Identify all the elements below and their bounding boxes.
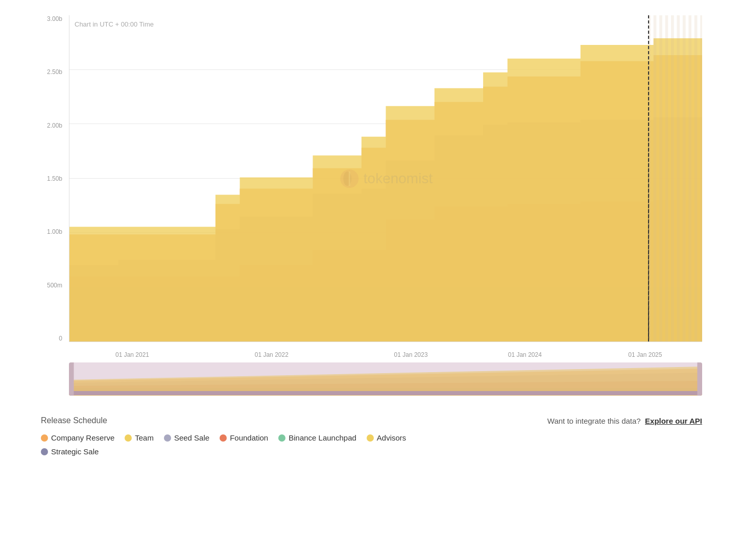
svg-rect-7 bbox=[69, 362, 702, 396]
legend-dot-foundation bbox=[220, 434, 227, 442]
legend-item-foundation: Foundation bbox=[220, 433, 268, 442]
chart-svg bbox=[69, 15, 702, 342]
legend-dot-binance-launchpad bbox=[278, 434, 285, 442]
range-mini-svg bbox=[69, 362, 702, 396]
range-selector[interactable] bbox=[69, 362, 702, 396]
legend-item-company-reserve: Company Reserve bbox=[41, 433, 114, 442]
chart-container: 0 500m 1.00b 1.50b 2.00b 2.50b 3.00b bbox=[0, 15, 743, 396]
legend-item-seed-sale: Seed Sale bbox=[164, 433, 209, 442]
legend-label-company-reserve: Company Reserve bbox=[51, 433, 114, 442]
chart-plot-area: tokenomist Today Chart in UTC + 00:00 Ti… bbox=[69, 15, 702, 342]
svg-rect-1 bbox=[649, 15, 702, 342]
x-label-2022: 01 Jan 2022 bbox=[255, 351, 289, 358]
legend-dot-advisors bbox=[367, 434, 374, 442]
legend-dot-strategic-sale bbox=[41, 448, 48, 455]
legend-item-team: Team bbox=[125, 433, 154, 442]
below-chart-section: Release Schedule Want to integrate this … bbox=[0, 406, 743, 466]
x-label-2024: 01 Jan 2024 bbox=[508, 351, 542, 358]
legend-item-strategic-sale: Strategic Sale bbox=[41, 447, 99, 456]
legend-label-team: Team bbox=[135, 433, 154, 442]
y-label-0: 0 bbox=[59, 335, 62, 342]
x-label-2023: 01 Jan 2023 bbox=[394, 351, 428, 358]
y-label-3b: 3.00b bbox=[47, 15, 62, 22]
legend-dot-team bbox=[125, 434, 132, 442]
legend-row-2: Strategic Sale bbox=[41, 447, 702, 456]
release-schedule-title: Release Schedule bbox=[41, 416, 107, 425]
chart-area: 0 500m 1.00b 1.50b 2.00b 2.50b 3.00b bbox=[41, 15, 702, 362]
legend-label-foundation: Foundation bbox=[230, 433, 268, 442]
y-label-1-5b: 1.50b bbox=[47, 175, 62, 182]
y-label-2b: 2.00b bbox=[47, 122, 62, 129]
svg-rect-8 bbox=[69, 391, 702, 395]
legend-label-strategic-sale: Strategic Sale bbox=[51, 447, 99, 456]
y-label-2-5b: 2.50b bbox=[47, 68, 62, 76]
today-line: Today bbox=[648, 15, 649, 342]
legend-item-binance-launchpad: Binance Launchpad bbox=[278, 433, 356, 442]
legend-row: Company Reserve Team Seed Sale Foundatio… bbox=[41, 433, 702, 442]
x-label-2025: 01 Jan 2025 bbox=[628, 351, 662, 358]
legend-label-advisors: Advisors bbox=[377, 433, 406, 442]
chart-note: Chart in UTC + 00:00 Time bbox=[75, 20, 154, 28]
legend-item-advisors: Advisors bbox=[367, 433, 406, 442]
legend-dot-company-reserve bbox=[41, 434, 48, 442]
svg-rect-9 bbox=[69, 362, 74, 396]
y-axis: 0 500m 1.00b 1.50b 2.00b 2.50b 3.00b bbox=[41, 15, 66, 342]
y-label-500m: 500m bbox=[47, 282, 62, 289]
x-axis: 01 Jan 2021 01 Jan 2022 01 Jan 2023 01 J… bbox=[69, 347, 702, 362]
api-section-text: Want to integrate this data? Explore our… bbox=[547, 417, 702, 425]
svg-rect-10 bbox=[697, 362, 702, 396]
release-schedule-row: Release Schedule Want to integrate this … bbox=[41, 416, 702, 425]
legend-label-seed-sale: Seed Sale bbox=[174, 433, 209, 442]
legend-label-binance-launchpad: Binance Launchpad bbox=[289, 433, 356, 442]
legend-dot-seed-sale bbox=[164, 434, 171, 442]
x-label-2021: 01 Jan 2021 bbox=[115, 351, 149, 358]
explore-api-link[interactable]: Explore our API bbox=[645, 417, 702, 425]
api-want-text: Want to integrate this data? bbox=[547, 417, 641, 425]
y-label-1b: 1.00b bbox=[47, 228, 62, 235]
